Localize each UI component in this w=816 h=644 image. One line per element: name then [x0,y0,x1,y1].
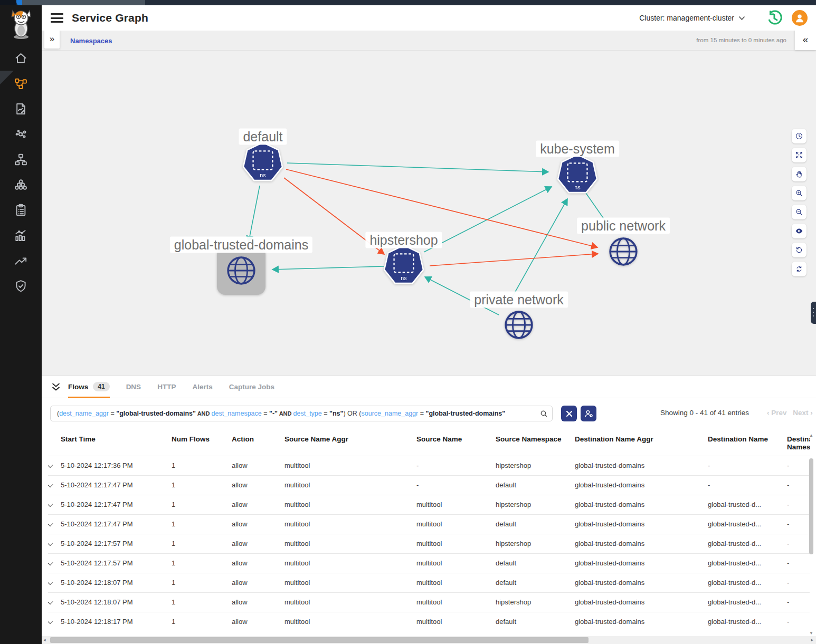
graph-edge-default-to-global-trusted-domains[interactable] [249,186,260,242]
graph-edge-hipstershop-to-public-network[interactable] [430,254,598,266]
table-cell: allow [232,495,284,514]
graph-node-default[interactable]: ns [241,141,284,186]
sidebar-item-policy-edit[interactable] [0,97,42,122]
graph-node-private-network[interactable] [502,308,536,344]
expand-panel-button[interactable]: » [44,29,60,49]
scroll-right-arrow[interactable]: ▸ [811,637,813,642]
row-expand-chevron-icon[interactable] [48,540,53,546]
tab-count-badge: 41 [93,382,109,391]
user-filter-settings-button[interactable] [581,406,596,421]
zoom-out-button[interactable] [792,205,806,219]
table-cell: multitool [284,495,416,514]
fit-screen-button[interactable] [792,148,806,162]
graph-node-hipstershop[interactable]: ns [382,244,425,289]
table-cell: - [787,514,810,534]
table-cell: 5-10-2024 12:18:07 PM [61,592,172,612]
graph-node-global-trusted-domains[interactable] [217,246,265,295]
table-cell: multitool [284,534,416,553]
graph-node-public-network[interactable] [606,235,640,271]
clear-filter-button[interactable] [561,406,577,421]
table-cell: 5-10-2024 12:17:36 PM [61,456,172,475]
tab-capture-jobs[interactable]: Capture Jobs [229,376,274,398]
window-strip-segment [0,0,16,5]
svg-text:ns: ns [260,172,265,178]
visibility-icon [795,227,803,235]
graph-node-kube-system[interactable]: ns [556,153,599,198]
table-cell: default [496,573,575,592]
history-icon[interactable] [765,9,782,26]
scroll-up-arrow[interactable]: ▲ [809,433,814,438]
table-cell: default [496,475,575,495]
vertical-scrollbar-thumb[interactable] [809,458,813,554]
sidebar-item-home[interactable] [0,46,42,72]
collapse-panel-button[interactable]: « [795,28,816,50]
row-expand-chevron-icon[interactable] [48,462,53,468]
graph-edge-default-to-kube-system[interactable] [287,163,548,172]
table-cell: global-trusted-d... [708,592,787,612]
double-chevron-down-icon[interactable] [50,381,62,393]
sidebar-item-cluster-group[interactable] [0,173,42,198]
flow-filter-input[interactable]: (dest_name_aggr = "global-trusted-domain… [50,406,553,421]
pan-button[interactable] [792,167,806,181]
flows-panel: Flows41DNSHTTPAlertsCapture Jobs (dest_n… [42,376,816,644]
sidebar-item-bar-chart[interactable] [0,224,42,249]
feedback-tab[interactable] [811,302,816,324]
query-token-field: source_name_aggr [362,410,419,417]
graph-node-label-default: default [239,129,287,145]
prev-page-button[interactable]: ‹ Prev [767,409,787,417]
sidebar-item-clipboard-report[interactable] [0,198,42,224]
visibility-button[interactable] [792,224,806,238]
row-expand-chevron-icon[interactable] [48,560,53,565]
sidebar-item-service-graph[interactable] [0,72,42,97]
graph-node-label-global-trusted-domains: global-trusted-domains [170,237,312,253]
breadcrumb[interactable]: Namespaces [70,37,112,45]
next-page-button[interactable]: Next › [793,409,813,417]
table-cell: 1 [172,456,232,475]
zoom-in-button[interactable] [792,186,806,200]
sidebar-item-trend-arrow[interactable] [0,249,42,274]
tab-label: Alerts [192,383,212,391]
row-expand-chevron-icon[interactable] [48,579,53,585]
table-row: 5-10-2024 12:17:47 PM1allowmultitoolmult… [48,514,810,534]
graph-edge-private-network-to-kube-system[interactable] [509,199,567,302]
sidebar-item-shield-check[interactable] [0,274,42,300]
cluster-selector[interactable]: Cluster: management-cluster [639,14,745,22]
sidebar-item-network-tree[interactable] [0,148,42,173]
tab-alerts[interactable]: Alerts [192,376,212,398]
row-expand-chevron-icon[interactable] [48,501,53,507]
breadcrumb-bar: » Namespaces from 15 minutes to 0 minute… [42,31,816,51]
clock-button[interactable] [792,129,806,143]
graph-edge-hipstershop-to-global-trusted-domains[interactable] [272,266,384,270]
table-cell: 1 [172,553,232,573]
chevron-down-icon [738,16,745,21]
table-cell: 1 [172,534,232,553]
row-expand-chevron-icon[interactable] [48,521,53,526]
table-cell: multitool [416,592,496,612]
undo-button[interactable] [792,243,806,257]
hamburger-menu-icon[interactable] [51,13,63,23]
row-expand-chevron-icon[interactable] [48,482,53,487]
sidebar-item-connected-network[interactable] [0,122,42,148]
connected-network-icon [14,127,28,143]
panel-tab-bar: Flows41DNSHTTPAlertsCapture Jobs [42,376,816,398]
table-cell: 1 [172,612,232,631]
flows-table: Start TimeNum FlowsActionSource Name Agg… [48,429,810,637]
tab-http[interactable]: HTTP [157,376,176,398]
scroll-down-arrow[interactable]: ▼ [809,631,814,636]
table-cell: - [787,573,810,592]
horizontal-scrollbar-thumb[interactable] [50,637,589,643]
row-expand-chevron-icon[interactable] [48,599,53,604]
table-cell: default [496,612,575,631]
service-graph-canvas[interactable]: nsdefaultnskube-systemnshipstershopgloba… [42,51,816,376]
tab-flows[interactable]: Flows41 [68,376,110,398]
user-gear-icon [584,409,594,419]
sidebar-nav [0,46,42,300]
user-avatar[interactable] [792,10,808,26]
tab-dns[interactable]: DNS [126,376,141,398]
table-cell: multitool [416,495,496,514]
row-expand-chevron-icon[interactable] [48,618,53,624]
clipboard-report-icon [14,203,28,219]
table-cell: global-trusted-domains [575,495,708,514]
scroll-left-arrow[interactable]: ◂ [43,637,46,642]
refresh-button[interactable] [792,262,806,276]
